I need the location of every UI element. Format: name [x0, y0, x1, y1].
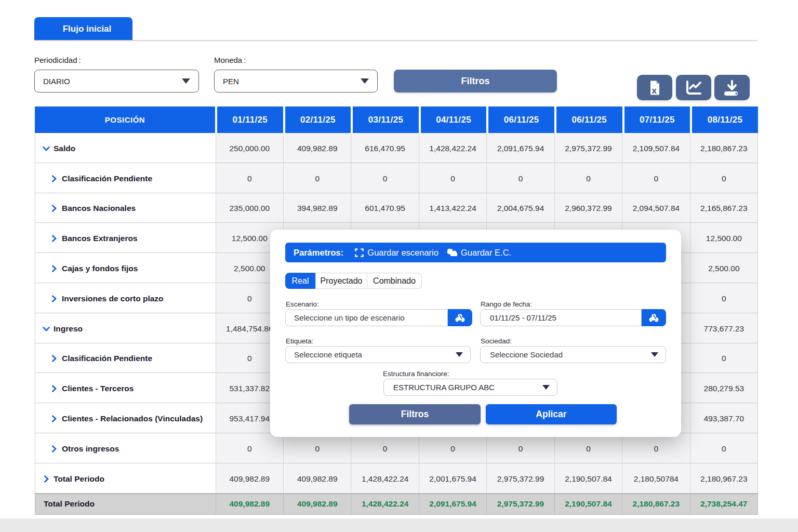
svg-text:x: x: [651, 85, 657, 95]
